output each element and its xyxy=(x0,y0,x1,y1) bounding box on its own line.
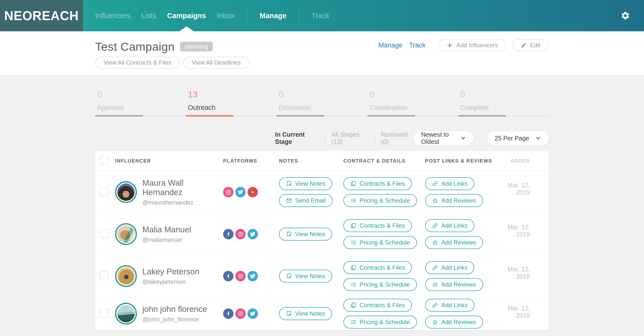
sort-order-value: Newest to Oldest xyxy=(421,131,460,146)
header-sub-buttons: View All Contracts & Files View All Dead… xyxy=(95,57,249,68)
scope-in-current-stage[interactable]: In Current Stage xyxy=(275,131,319,146)
youtube-icon[interactable] xyxy=(248,187,258,197)
pricing-schedule-label: Pricing & Schedule xyxy=(360,318,410,326)
view-all-contracts-button[interactable]: View All Contracts & Files xyxy=(95,57,180,68)
view-notes-label: View Notes xyxy=(295,180,325,187)
view-notes-button[interactable]: View Notes xyxy=(279,270,332,282)
influencer-handle: @maliamanuel xyxy=(142,236,191,243)
nav-lists[interactable]: Lists xyxy=(141,0,156,31)
added-date: Mar. 12, 2019 xyxy=(508,266,530,280)
add-reviews-button[interactable]: Add Reviews xyxy=(425,236,483,249)
instagram-icon[interactable] xyxy=(223,187,234,197)
per-page-select[interactable]: 25 Per Page xyxy=(487,131,549,146)
facebook-icon[interactable] xyxy=(223,308,234,319)
pricing-schedule-button[interactable]: Pricing & Schedule xyxy=(343,194,417,207)
edit-button[interactable]: Edit xyxy=(512,39,549,51)
row-checkbox[interactable] xyxy=(100,229,108,238)
contracts-files-button[interactable]: Contracts & Files xyxy=(343,219,412,232)
avatar[interactable] xyxy=(115,181,137,203)
facebook-icon[interactable] xyxy=(223,229,234,239)
documents-icon xyxy=(350,181,356,187)
row-checkbox[interactable] xyxy=(100,309,108,318)
star-icon xyxy=(432,198,438,204)
add-links-button[interactable]: Add Links xyxy=(425,177,474,190)
nav-inbox[interactable]: Inbox xyxy=(217,0,234,31)
stage-label: Approval xyxy=(95,104,186,112)
row-checkbox[interactable] xyxy=(100,187,108,196)
envelope-icon xyxy=(286,198,292,204)
send-email-button[interactable]: Send Email xyxy=(279,194,333,207)
sort-order-select[interactable]: Newest to Oldest xyxy=(414,131,474,146)
view-all-deadlines-button[interactable]: View All Deadlines xyxy=(183,57,249,68)
add-influencers-button[interactable]: Add Influencers xyxy=(438,39,506,51)
col-platforms: PLATFORMS xyxy=(223,158,279,164)
pricing-schedule-button[interactable]: Pricing & Schedule xyxy=(343,236,417,249)
influencer-handle: @maurahernandez xyxy=(142,199,223,206)
nav-manage[interactable]: Manage xyxy=(260,0,286,31)
col-contract-details: CONTRACT & DETAILS xyxy=(343,158,425,164)
add-reviews-button[interactable]: Add Reviews xyxy=(425,278,483,291)
contracts-files-button[interactable]: Contracts & Files xyxy=(343,299,412,312)
add-links-button[interactable]: Add Links xyxy=(425,219,474,232)
twitter-icon[interactable] xyxy=(248,308,258,319)
twitter-icon[interactable] xyxy=(248,271,258,281)
add-links-button[interactable]: Add Links xyxy=(425,261,474,274)
scope-all-stages[interactable]: All Stages (13) xyxy=(332,131,368,146)
influencer-handle: @lakeypeterson xyxy=(142,278,199,285)
add-influencers-label: Add Influencers xyxy=(456,42,498,49)
pricing-schedule-button[interactable]: Pricing & Schedule xyxy=(343,278,417,291)
view-notes-label: View Notes xyxy=(295,310,325,317)
instagram-icon[interactable] xyxy=(235,271,246,281)
select-all-checkbox[interactable] xyxy=(100,156,108,165)
pricing-schedule-button[interactable]: Pricing & Schedule xyxy=(343,316,417,328)
documents-icon xyxy=(350,302,356,308)
add-links-label: Add Links xyxy=(441,180,467,187)
stage-tab-approval[interactable]: 0 Approval xyxy=(95,90,186,116)
avatar[interactable] xyxy=(115,265,137,287)
note-icon xyxy=(286,311,292,316)
manage-link[interactable]: Manage xyxy=(378,42,403,49)
stage-tab-coordination[interactable]: 0 Coordination xyxy=(368,90,458,116)
pricing-schedule-label: Pricing & Schedule xyxy=(360,239,410,246)
added-date: Mar. 12, 2019 xyxy=(508,305,530,319)
scope-removed[interactable]: Removed (0) xyxy=(381,131,414,146)
facebook-icon[interactable] xyxy=(223,271,234,281)
stage-tab-complete[interactable]: 0 Complete xyxy=(458,90,549,116)
nav-track[interactable]: Track xyxy=(312,0,329,31)
view-notes-button[interactable]: View Notes xyxy=(279,228,332,240)
brand-logo[interactable]: NEOREACH xyxy=(0,0,83,31)
avatar[interactable] xyxy=(115,223,137,245)
link-icon xyxy=(432,302,438,308)
instagram-icon[interactable] xyxy=(235,308,246,319)
avatar[interactable] xyxy=(115,303,137,324)
stage-underline xyxy=(95,116,186,116)
link-icon xyxy=(432,265,438,271)
contracts-files-button[interactable]: Contracts & Files xyxy=(343,177,412,190)
view-notes-button[interactable]: View Notes xyxy=(279,307,332,320)
chevron-down-icon xyxy=(535,135,541,141)
view-all-deadlines-label: View All Deadlines xyxy=(192,59,241,66)
twitter-icon[interactable] xyxy=(235,187,246,197)
avatar-image xyxy=(117,305,135,322)
stage-tabs: 0 Approval 13 Outreach 0 Discussion 0 Co… xyxy=(95,90,549,116)
contracts-files-button[interactable]: Contracts & Files xyxy=(343,261,412,274)
settings-gear-icon[interactable] xyxy=(621,11,630,20)
nav-divider xyxy=(299,7,299,24)
add-links-button[interactable]: Add Links xyxy=(425,299,474,312)
nav-influencers[interactable]: Influencers xyxy=(95,0,130,31)
avatar-image xyxy=(117,268,135,285)
nav-campaigns[interactable]: Campaigns xyxy=(167,0,206,31)
stage-tab-outreach[interactable]: 13 Outreach xyxy=(186,90,276,116)
pricing-schedule-label: Pricing & Schedule xyxy=(360,197,410,204)
view-notes-button[interactable]: View Notes xyxy=(279,177,332,190)
track-link[interactable]: Track xyxy=(409,42,426,49)
add-reviews-button[interactable]: Add Reviews xyxy=(425,194,483,207)
instagram-icon[interactable] xyxy=(235,229,246,239)
edit-label: Edit xyxy=(530,42,540,49)
add-reviews-button[interactable]: Add Reviews xyxy=(425,316,483,328)
view-notes-label: View Notes xyxy=(295,231,325,238)
twitter-icon[interactable] xyxy=(248,229,258,239)
added-date: Mar. 12, 2019 xyxy=(508,182,530,196)
stage-tab-discussion[interactable]: 0 Discussion xyxy=(276,90,367,116)
row-checkbox[interactable] xyxy=(100,271,108,280)
